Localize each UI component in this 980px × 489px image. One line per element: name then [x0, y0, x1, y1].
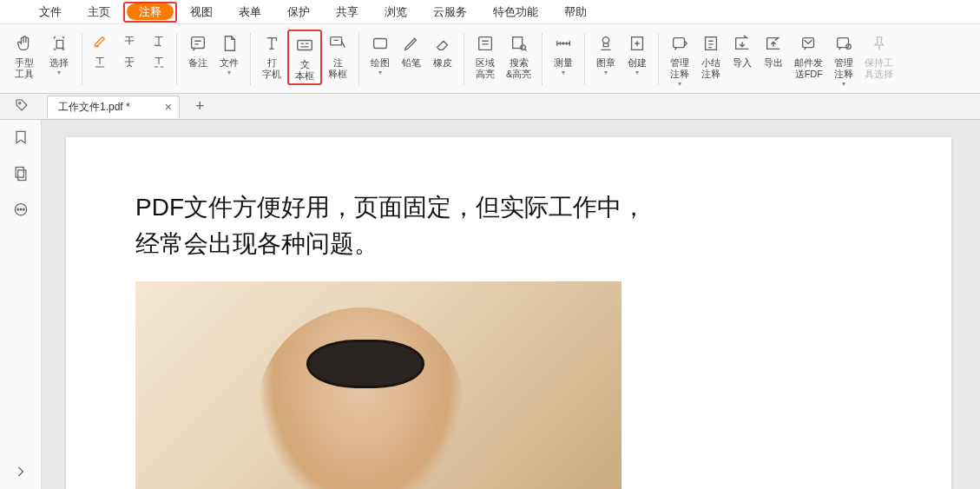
dropdown-icon: ▾ — [678, 80, 681, 88]
area-highlight-icon — [475, 33, 496, 54]
export-button[interactable]: 导出 — [758, 30, 789, 70]
separator — [358, 33, 359, 85]
email-fdf-label: 邮件发 送FDF — [794, 57, 823, 80]
pdf-page: PDF文件方便好用，页面固定，但实际工作中， 经常会出现各种问题。 — [66, 137, 951, 489]
menu-home[interactable]: 主页 — [75, 1, 123, 23]
file-label: 文件 — [220, 57, 239, 69]
menu-browse[interactable]: 浏览 — [372, 1, 420, 23]
area-highlight-button[interactable]: 区域 高亮 — [470, 30, 501, 82]
stamp-button[interactable]: 图章 ▾ — [590, 30, 622, 78]
separator — [584, 33, 585, 85]
drawing-button[interactable]: 绘图 ▾ — [365, 30, 396, 78]
svg-rect-12 — [838, 38, 849, 48]
dropdown-icon: ▾ — [57, 69, 61, 76]
separator — [542, 33, 543, 85]
eraser-label: 橡皮 — [433, 57, 452, 69]
svg-rect-0 — [192, 37, 205, 49]
email-fdf-button[interactable]: 邮件发 送FDF — [789, 30, 828, 82]
add-tab-button[interactable]: + — [195, 97, 205, 116]
svg-rect-2 — [331, 37, 342, 45]
collapse-icon[interactable] — [12, 463, 30, 480]
export-icon — [763, 33, 784, 54]
svg-point-18 — [16, 208, 18, 210]
keep-select-label: 保持工 具选择 — [865, 57, 893, 80]
manage-comment2-label: 管理 注释 — [834, 57, 853, 80]
dropdown-icon: ▾ — [562, 69, 565, 76]
separator — [250, 33, 251, 85]
stamp-icon — [595, 33, 616, 54]
tag-icon[interactable] — [14, 97, 30, 116]
caret-button[interactable] — [117, 52, 141, 71]
callout-icon — [327, 33, 348, 54]
summary-comment-button[interactable]: 小结 注释 — [695, 30, 727, 82]
note-button[interactable]: 备注 — [182, 30, 214, 70]
separator — [464, 33, 464, 85]
manage-comment2-icon — [833, 33, 854, 54]
hand-icon — [14, 33, 35, 54]
ribbon: 手型 工具 选择 ▾ 备注 文件 ▾ 打 字机 文 本框 — [0, 24, 980, 94]
measure-label: 测量 — [554, 57, 573, 69]
file-icon — [219, 33, 240, 54]
strikeout-button[interactable] — [117, 31, 141, 50]
highlight-button[interactable] — [88, 31, 112, 50]
select-button[interactable]: 选择 ▾ — [42, 30, 76, 78]
svg-rect-9 — [674, 38, 685, 48]
pencil-button[interactable]: 铅笔 — [396, 30, 427, 70]
replace-button[interactable] — [147, 52, 171, 71]
svg-point-19 — [20, 208, 22, 210]
file-tab[interactable]: 工作文件1.pdf * × — [47, 96, 180, 118]
menu-cloud[interactable]: 云服务 — [420, 1, 480, 23]
email-icon — [799, 33, 819, 54]
work-area: PDF文件方便好用，页面固定，但实际工作中， 经常会出现各种问题。 — [0, 120, 980, 489]
textbox-label: 文 本框 — [295, 59, 314, 82]
underline-button[interactable] — [88, 52, 112, 71]
menu-file[interactable]: 文件 — [26, 1, 75, 23]
manage-comment2-button[interactable]: 管理 注释 ▾ — [828, 30, 859, 89]
import-button[interactable]: 导入 — [727, 30, 758, 70]
svg-rect-15 — [16, 168, 23, 178]
measure-button[interactable]: 测量 ▾ — [548, 30, 579, 78]
search-highlight-button[interactable]: 搜索 &高亮 — [501, 30, 536, 82]
file-attach-button[interactable]: 文件 ▾ — [214, 30, 245, 78]
menu-protect[interactable]: 保护 — [274, 1, 323, 23]
comments-icon[interactable] — [12, 202, 30, 219]
dropdown-icon: ▾ — [227, 69, 231, 76]
summary-comment-label: 小结 注释 — [701, 57, 720, 80]
svg-point-20 — [23, 208, 24, 210]
menu-annotate[interactable]: 注释 — [127, 3, 174, 20]
menu-share[interactable]: 共享 — [323, 1, 372, 23]
note-icon — [187, 33, 208, 54]
manage-comment-icon — [669, 33, 690, 54]
menu-features[interactable]: 特色功能 — [480, 1, 551, 23]
document-image — [135, 281, 622, 489]
pages-icon[interactable] — [12, 165, 30, 182]
menubar: 文件 主页 注释 视图 表单 保护 共享 浏览 云服务 特色功能 帮助 — [0, 0, 980, 24]
svg-rect-11 — [803, 38, 814, 48]
hand-tool-button[interactable]: 手型 工具 — [7, 30, 42, 82]
hand-tool-label: 手型 工具 — [15, 57, 34, 80]
close-tab-button[interactable]: × — [165, 100, 172, 114]
document-canvas[interactable]: PDF文件方便好用，页面固定，但实际工作中， 经常会出现各种问题。 — [42, 120, 980, 489]
svg-point-7 — [603, 37, 609, 43]
import-label: 导入 — [733, 57, 752, 69]
tab-bar: 工作文件1.pdf * × + — [0, 94, 980, 120]
manage-comment-label: 管理 注释 — [670, 57, 689, 80]
squiggly-button[interactable] — [147, 31, 171, 50]
create-label: 创建 — [628, 57, 647, 69]
measure-icon — [553, 33, 574, 54]
separator — [176, 33, 177, 85]
summary-comment-icon — [700, 33, 721, 54]
manage-comment-button[interactable]: 管理 注释 ▾ — [664, 30, 695, 89]
callout-button[interactable]: 注 释框 — [322, 30, 353, 82]
eraser-button[interactable]: 橡皮 — [427, 30, 458, 70]
menu-form[interactable]: 表单 — [226, 1, 274, 23]
pencil-label: 铅笔 — [402, 57, 421, 69]
area-highlight-label: 区域 高亮 — [476, 57, 495, 80]
create-button[interactable]: 创建 ▾ — [622, 30, 653, 78]
menu-help[interactable]: 帮助 — [551, 1, 600, 23]
menu-view[interactable]: 视图 — [177, 1, 226, 23]
typewriter-button[interactable]: 打 字机 — [256, 30, 287, 82]
textbox-button[interactable]: 文 本框 — [287, 30, 322, 85]
bookmark-icon[interactable] — [12, 129, 30, 146]
select-label: 选择 — [49, 57, 69, 69]
